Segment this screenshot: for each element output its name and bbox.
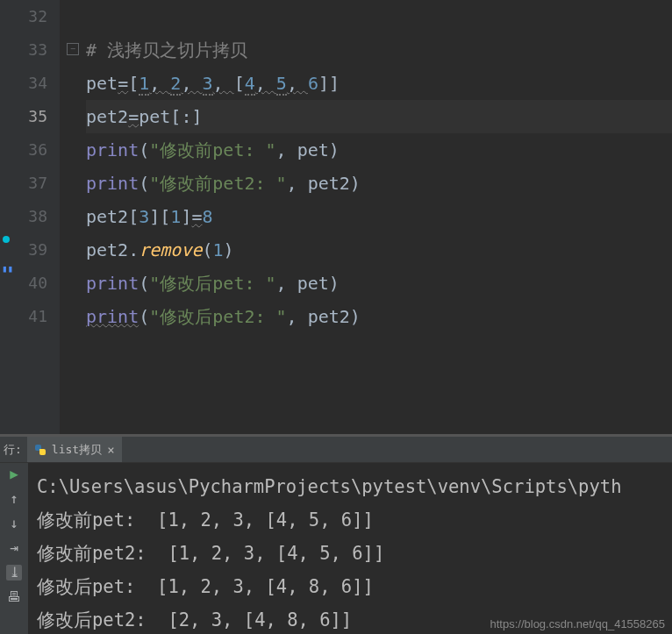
line-number-gutter: 32 33 34 35 36 37 38 39 40 41 xyxy=(14,0,60,434)
run-tool-window: 行: list拷贝 × ▶ ↑ ↓ ⇥ ⤓ 🖶 C:\Users\asus\Py… xyxy=(0,437,672,634)
gutter-marker: ▮▮ xyxy=(2,263,13,274)
code-line[interactable]: −# 浅拷贝之切片拷贝 xyxy=(86,33,672,67)
line-number: 37 xyxy=(14,167,47,200)
run-tab-bar: 行: list拷贝 × xyxy=(0,437,672,463)
line-number: 34 xyxy=(14,67,47,100)
close-icon[interactable]: × xyxy=(107,443,114,457)
line-number: 36 xyxy=(14,133,47,167)
run-tab-name: list拷贝 xyxy=(52,442,102,458)
line-number: 32 xyxy=(14,0,47,33)
code-line[interactable] xyxy=(86,0,672,33)
wrap-icon[interactable]: ⇥ xyxy=(6,540,22,556)
line-number: 38 xyxy=(14,200,47,233)
rerun-icon[interactable]: ▶ xyxy=(6,467,22,482)
scroll-icon[interactable]: ⤓ xyxy=(6,565,22,581)
console-output[interactable]: C:\Users\asus\PycharmProjects\pytest\ven… xyxy=(28,463,672,634)
arrow-up-icon[interactable]: ↑ xyxy=(6,491,22,507)
fold-icon[interactable]: − xyxy=(67,43,79,55)
code-line[interactable]: print("修改前pet: ", pet) xyxy=(86,133,672,167)
arrow-down-icon[interactable]: ↓ xyxy=(6,516,22,531)
gutter-icon-strip: ▮▮ xyxy=(0,0,14,434)
run-label: 行: xyxy=(0,442,27,458)
line-number: 33 xyxy=(14,33,47,67)
watermark: https://blog.csdn.net/qq_41558265 xyxy=(490,617,666,630)
code-line[interactable]: print("修改后pet2: ", pet2) xyxy=(86,300,672,333)
output-line: C:\Users\asus\PycharmProjects\pytest\ven… xyxy=(37,470,663,503)
code-line-current[interactable]: pet2=pet[:] xyxy=(86,100,672,133)
output-line: 修改前pet2: [1, 2, 3, [4, 5, 6]] xyxy=(37,537,663,570)
print-icon[interactable]: 🖶 xyxy=(6,589,22,605)
line-number: 41 xyxy=(14,300,47,333)
run-body: ▶ ↑ ↓ ⇥ ⤓ 🖶 C:\Users\asus\PycharmProject… xyxy=(0,463,672,634)
code-line[interactable]: pet2[3][1]=8 xyxy=(86,200,672,233)
code-line[interactable]: pet=[1, 2, 3, [4, 5, 6]] xyxy=(86,67,672,100)
run-toolbar: ▶ ↑ ↓ ⇥ ⤓ 🖶 xyxy=(0,463,28,634)
line-number: 40 xyxy=(14,267,47,300)
output-line: 修改后pet: [1, 2, 3, [4, 8, 6]] xyxy=(37,570,663,603)
code-line[interactable]: print("修改后pet: ", pet) xyxy=(86,267,672,300)
line-number: 35 xyxy=(14,100,47,133)
editor-area: ▮▮ 32 33 34 35 36 37 38 39 40 41 −# 浅拷贝之… xyxy=(0,0,672,434)
breakpoint-marker[interactable] xyxy=(3,236,10,243)
code-line[interactable]: print("修改前pet2: ", pet2) xyxy=(86,167,672,200)
output-line: 修改前pet: [1, 2, 3, [4, 5, 6]] xyxy=(37,503,663,537)
python-icon xyxy=(34,444,46,456)
code-line[interactable]: pet2.remove(1) xyxy=(86,233,672,267)
run-tab[interactable]: list拷贝 × xyxy=(27,437,122,462)
line-number: 39 xyxy=(14,233,47,267)
code-editor[interactable]: −# 浅拷贝之切片拷贝 pet=[1, 2, 3, [4, 5, 6]] pet… xyxy=(60,0,672,434)
